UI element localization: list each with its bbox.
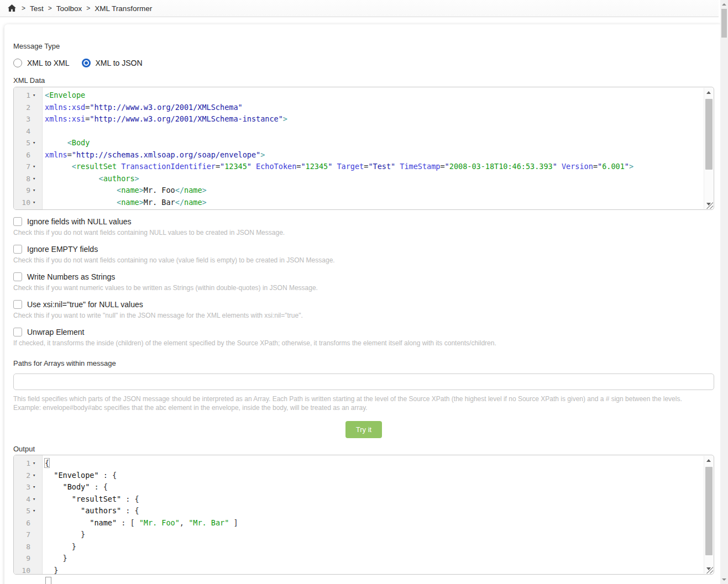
checkbox-label[interactable]: Use xsi:nil="true" for NULL values <box>27 300 143 309</box>
output-line11-bracket-artifact <box>45 577 51 584</box>
page-scroll-up-icon[interactable] <box>722 3 726 6</box>
breadcrumb-separator: > <box>48 4 52 12</box>
radio-label: XML to JSON <box>96 59 143 67</box>
xml-editor-code[interactable]: <Envelopexmlns:xsd="http://www.w3.org/20… <box>43 87 714 209</box>
resize-grip-icon[interactable] <box>706 202 713 209</box>
page-scrollbar[interactable] <box>720 0 728 584</box>
checkbox-label[interactable]: Unwrap Element <box>27 328 85 336</box>
radio-option-xml-to-json[interactable]: XML to JSON <box>82 59 143 67</box>
output-editor-code[interactable]: { "Envelope" : { "Body" : { "resultSet" … <box>43 455 714 574</box>
paths-input[interactable] <box>13 373 714 390</box>
xml-data-editor[interactable]: 1▾2345▾67▾8▾9▾10▾ <Envelopexmlns:xsd="ht… <box>13 87 714 210</box>
option-help-text: If checked, it transforms the inside (ch… <box>13 339 714 347</box>
output-editor-scrollbar[interactable] <box>704 456 713 574</box>
scrollbar-thumb[interactable] <box>705 99 713 170</box>
output-editor-gutter: 1▾2▾3▾4▾5▾678910 <box>14 455 43 574</box>
scroll-up-icon[interactable] <box>704 456 714 465</box>
option-help-text: Check this if you do not want fields con… <box>13 256 714 264</box>
output-label: Output <box>13 445 714 453</box>
xml-editor-scrollbar[interactable] <box>704 88 713 209</box>
option-xsi-nil: Use xsi:nil="true" for NULL values Check… <box>13 300 714 319</box>
breadcrumb-separator: > <box>86 4 90 12</box>
breadcrumb-item-current: XML Transformer <box>95 4 152 13</box>
radio-label: XML to XML <box>27 59 70 67</box>
checkbox-label[interactable]: Ignore EMPTY fields <box>27 245 98 254</box>
option-ignore-empty: Ignore EMPTY fields Check this if you do… <box>13 245 714 264</box>
message-type-label: Message Type <box>13 42 714 50</box>
checkbox[interactable] <box>13 272 22 281</box>
page-scrollbar-thumb[interactable] <box>721 9 727 38</box>
breadcrumb: > Test > Toolbox > XML Transformer <box>0 0 719 17</box>
scrollbar-thumb[interactable] <box>705 467 713 555</box>
radio-button[interactable] <box>13 59 22 67</box>
message-type-options: XML to XML XML to JSON <box>13 59 714 67</box>
option-ignore-null: Ignore fields with NULL values Check thi… <box>13 217 714 236</box>
home-icon[interactable] <box>8 4 16 12</box>
paths-label: Paths for Arrays within message <box>13 359 714 367</box>
option-numbers-as-strings: Write Numbers as Strings Check this if y… <box>13 272 714 292</box>
xml-editor-gutter: 1▾2345▾67▾8▾9▾10▾ <box>14 87 43 209</box>
scroll-up-icon[interactable] <box>704 88 714 97</box>
breadcrumb-separator: > <box>22 4 25 12</box>
xml-transformer-panel: Message Type XML to XML XML to JSON XML … <box>4 24 722 584</box>
radio-option-xml-to-xml[interactable]: XML to XML <box>13 59 70 67</box>
try-it-button[interactable]: Try it <box>345 421 382 438</box>
resize-grip-icon[interactable] <box>706 567 713 574</box>
paths-help-text: This field specifies which parts of the … <box>13 394 714 412</box>
output-editor[interactable]: 1▾2▾3▾4▾5▾678910 { "Envelope" : { "Body"… <box>13 455 714 575</box>
checkbox[interactable] <box>13 245 22 254</box>
checkbox-label[interactable]: Ignore fields with NULL values <box>27 217 132 226</box>
option-help-text: Check this if you want to write "null" i… <box>13 312 714 319</box>
checkbox[interactable] <box>13 300 22 309</box>
radio-button[interactable] <box>82 59 91 67</box>
option-help-text: Check this if you do not want fields con… <box>13 229 714 236</box>
page-scroll-down-icon[interactable] <box>722 578 726 581</box>
checkbox[interactable] <box>13 217 22 226</box>
breadcrumb-item-test[interactable]: Test <box>30 4 44 13</box>
option-help-text: Check this if you want numeric values to… <box>13 284 714 292</box>
xml-data-label: XML Data <box>13 76 714 85</box>
option-unwrap-element: Unwrap Element If checked, it transforms… <box>13 328 714 347</box>
checkbox[interactable] <box>13 328 22 336</box>
checkbox-label[interactable]: Write Numbers as Strings <box>27 272 115 281</box>
breadcrumb-item-toolbox[interactable]: Toolbox <box>56 4 82 13</box>
